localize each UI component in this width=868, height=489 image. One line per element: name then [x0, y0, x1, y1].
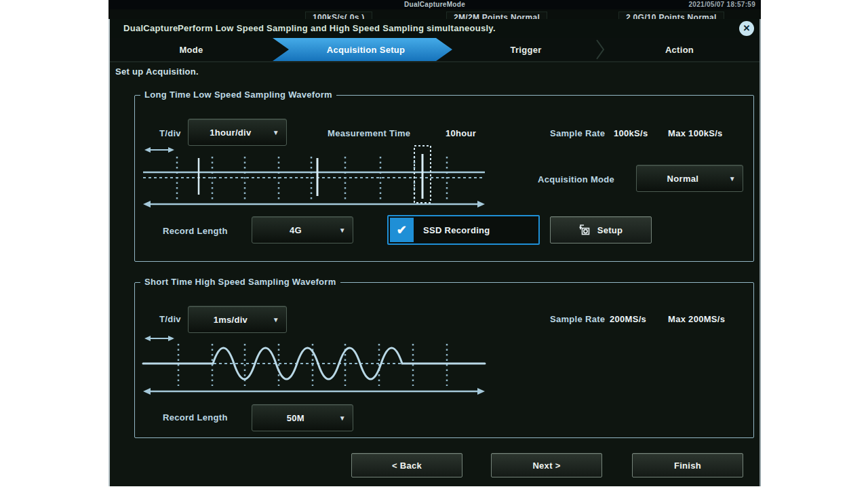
acquisition-mode-value: Normal: [637, 174, 729, 184]
tab-acquisition-setup[interactable]: Acquisition Setup: [273, 38, 452, 61]
dialog-description: Perform Low Speed Sampling and High Spee…: [178, 23, 496, 33]
measurement-time-value: 10hour: [446, 128, 476, 138]
tdiv-label: T/div: [159, 314, 181, 324]
record-length-high-value: 50M: [252, 413, 339, 423]
sample-rate-value: 100kS/s: [614, 128, 648, 138]
sample-rate-label: Sample Rate: [550, 314, 605, 324]
tdiv-low-value: 1hour/div: [189, 128, 273, 138]
tab-label: Mode: [179, 45, 203, 55]
record-length-low-label: Record Length: [163, 226, 228, 236]
status-segment: 2M/2M Points Normal: [446, 12, 547, 19]
sample-rate-value: 200MS/s: [610, 314, 646, 324]
finish-button-label: Finish: [674, 461, 701, 471]
status-segment: 2.0G/10 Points Normal: [618, 12, 724, 19]
chevron-down-icon: ▼: [273, 129, 286, 136]
acquisition-mode-dropdown[interactable]: Normal ▼: [636, 165, 743, 192]
instruction-text: Set up Acquisition.: [115, 66, 199, 77]
back-button[interactable]: < Back: [351, 453, 462, 477]
tab-mode[interactable]: Mode: [110, 38, 273, 61]
chevron-down-icon: ▼: [339, 227, 353, 234]
tab-label: Action: [665, 45, 694, 55]
ssd-recording-checkbox[interactable]: ✔ SSD Recording: [387, 215, 540, 245]
screenshot-canvas: DualCaptureMode 2021/05/07 18:57:59 100k…: [0, 0, 868, 489]
chevron-down-icon: ▼: [273, 316, 286, 324]
high-speed-group-title: Short Time High Speed Sampling Waveform: [140, 277, 340, 287]
high-speed-group: Short Time High Speed Sampling Waveform …: [134, 282, 754, 438]
sample-rate-max: Max 100kS/s: [668, 128, 723, 138]
dialog-titlebar: DualCapture Perform Low Speed Sampling a…: [110, 19, 760, 39]
finish-button[interactable]: Finish: [632, 453, 743, 477]
record-length-low-value: 4G: [252, 225, 339, 235]
dialog-title: DualCapture: [123, 23, 178, 33]
back-button-label: < Back: [392, 461, 422, 471]
instrument-screen: DualCaptureMode 2021/05/07 18:57:59 100k…: [108, 0, 761, 486]
setup-button-label: Setup: [597, 225, 623, 235]
next-button-label: Next >: [532, 461, 560, 471]
tab-label: Acquisition Setup: [327, 45, 406, 55]
wizard-tab-bar: Mode Acquisition Setup Trigger Action: [110, 38, 760, 62]
mode-title: DualCaptureMode: [108, 1, 761, 8]
tab-action[interactable]: Action: [599, 38, 760, 61]
acquisition-mode-label: Acquisition Mode: [538, 174, 614, 184]
tab-label: Trigger: [510, 45, 541, 55]
low-speed-group: Long Time Low Speed Sampling Waveform T/…: [134, 95, 754, 262]
setup-dialog-icon: [579, 224, 591, 236]
close-icon[interactable]: ✕: [739, 21, 754, 36]
clipped-status-row: 100kS/s( 0s ) 2M/2M Points Normal 2.0G/1…: [108, 9, 761, 19]
ssd-setup-button[interactable]: Setup: [550, 216, 652, 243]
tdiv-high-dropdown[interactable]: 1ms/div ▼: [188, 306, 287, 333]
chevron-down-icon: ▼: [729, 175, 743, 182]
sample-rate-label: Sample Rate: [550, 128, 605, 138]
chevron-down-icon: ▼: [339, 414, 353, 422]
ssd-recording-label: SSD Recording: [423, 225, 490, 235]
dualcapture-dialog: DualCapture Perform Low Speed Sampling a…: [108, 19, 761, 486]
checkbox-check-icon: ✔: [390, 218, 414, 242]
sample-rate-max: Max 200MS/s: [668, 314, 725, 324]
record-length-high-label: Record Length: [163, 412, 228, 423]
datetime: 2021/05/07 18:57:59: [688, 1, 755, 8]
tdiv-label: T/div: [159, 128, 181, 138]
top-status-strip: DualCaptureMode 2021/05/07 18:57:59: [108, 0, 761, 9]
tdiv-high-value: 1ms/div: [189, 315, 273, 325]
tab-trigger[interactable]: Trigger: [452, 38, 599, 61]
record-length-low-dropdown[interactable]: 4G ▼: [252, 216, 353, 243]
measurement-time-label: Measurement Time: [328, 128, 410, 138]
low-speed-group-title: Long Time Low Speed Sampling Waveform: [140, 90, 336, 100]
next-button[interactable]: Next >: [491, 453, 602, 477]
record-length-high-dropdown[interactable]: 50M ▼: [252, 404, 353, 431]
high-speed-waveform-graphic: [142, 334, 486, 397]
tdiv-low-dropdown[interactable]: 1hour/div ▼: [188, 119, 287, 146]
tab-separator-chevron-icon: [595, 39, 605, 60]
status-segment: 100kS/s( 0s ): [305, 12, 372, 19]
low-speed-waveform-graphic: [142, 144, 486, 208]
